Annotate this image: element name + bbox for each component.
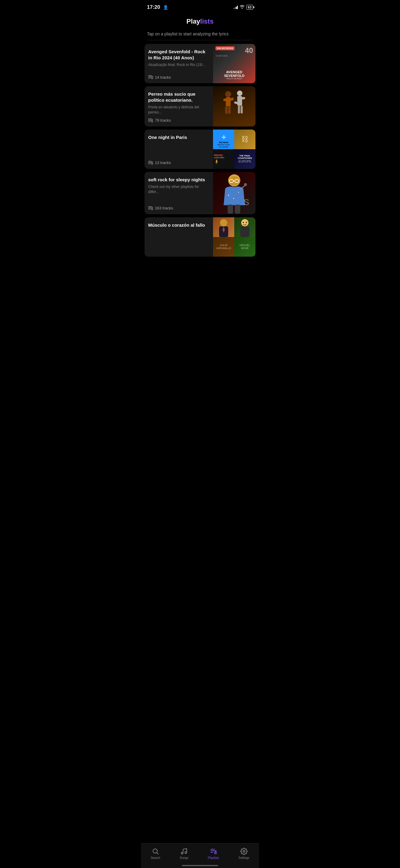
svg-rect-17: [228, 106, 231, 114]
playlist-name: Avenged Sevenfold - Rock in Rio 2024 (40…: [148, 49, 209, 61]
wifi-icon: [240, 5, 245, 10]
playlist-name: One night in Paris: [148, 134, 209, 141]
svg-point-18: [237, 91, 242, 96]
playlist-info: Avenged Sevenfold - Rock in Rio 2024 (40…: [145, 44, 213, 83]
playlist-artwork: ✦ ✦ ✦ S: [213, 172, 255, 214]
playlist-desc: Check out my other playlists for differ.…: [148, 184, 209, 195]
status-bar: 17:20 👤 63: [141, 0, 259, 13]
playlist-info: Músculo o corazón al fallo: [145, 217, 213, 257]
svg-rect-46: [228, 205, 233, 214]
svg-rect-2: [148, 78, 151, 79]
svg-point-49: [220, 219, 227, 226]
svg-point-27: [151, 163, 153, 164]
playlist-name: soft rock for sleepy nights: [148, 177, 209, 183]
svg-rect-13: [226, 97, 231, 106]
playlist-name: Músculo o corazón al fallo: [148, 222, 209, 228]
playlist-desc: Ponla en aleatorio y disfruta del perreo…: [148, 105, 209, 115]
playlist-card[interactable]: One night in Paris 13 tracks: [145, 129, 255, 169]
track-count: 13 tracks: [155, 160, 171, 165]
svg-rect-31: [148, 208, 152, 208]
playlist-tracks: 13 tracks: [148, 160, 209, 165]
track-count: 14 tracks: [155, 75, 171, 80]
signal-icon: [233, 5, 238, 9]
svg-point-12: [225, 91, 231, 97]
svg-rect-6: [148, 119, 152, 119]
page-header: Playlists: [141, 13, 259, 28]
playlist-artwork: [213, 86, 255, 126]
playlist-artwork: DIA DO ROCK 40 15.SET.2024 AVENGEDSEVENF…: [213, 44, 255, 83]
playlist-card[interactable]: Músculo o corazón al fallo: [145, 217, 255, 257]
status-time: 17:20 👤: [147, 4, 168, 10]
svg-rect-24: [148, 161, 152, 162]
svg-text:✦: ✦: [228, 194, 230, 197]
svg-rect-8: [148, 121, 151, 122]
battery-indicator: 63: [246, 5, 253, 10]
svg-point-33: [151, 208, 153, 210]
svg-point-9: [151, 120, 153, 122]
page-title: Playlists: [147, 18, 253, 25]
status-icons: 63: [233, 5, 253, 10]
svg-point-51: [241, 219, 249, 226]
svg-text:✦: ✦: [238, 192, 239, 193]
svg-rect-19: [237, 96, 242, 105]
person-icon: 👤: [163, 5, 168, 10]
playlist-name: Perreo más sucio que político ecuatorian…: [148, 91, 209, 103]
playlist-card[interactable]: Avenged Sevenfold - Rock in Rio 2024 (40…: [145, 44, 255, 83]
track-count: 163 tracks: [155, 206, 173, 210]
svg-rect-1: [148, 76, 152, 77]
playlist-tracks: 79 tracks: [148, 118, 209, 123]
svg-rect-0: [148, 75, 152, 76]
svg-text:✦: ✦: [233, 197, 234, 199]
svg-rect-14: [223, 99, 227, 101]
playlist-card[interactable]: soft rock for sleepy nights Check out my…: [145, 172, 255, 214]
playlist-list: Avenged Sevenfold - Rock in Rio 2024 (40…: [141, 44, 259, 287]
svg-rect-16: [225, 106, 228, 114]
svg-rect-22: [238, 105, 240, 114]
svg-rect-32: [148, 209, 151, 210]
svg-rect-26: [148, 163, 151, 164]
svg-point-3: [151, 78, 153, 79]
playlist-artwork: JULIOJARAMILLO MIGUELBOSÉ: [213, 217, 255, 257]
svg-rect-47: [235, 205, 240, 214]
svg-rect-30: [148, 207, 152, 207]
svg-rect-23: [240, 105, 243, 114]
svg-rect-7: [148, 120, 152, 120]
playlist-info: soft rock for sleepy nights Check out my…: [145, 172, 213, 214]
playlist-artwork: ✛ Da Hool Meet her at the love parade ⛓ …: [213, 129, 255, 169]
playlist-card[interactable]: Perreo más sucio que político ecuatorian…: [145, 86, 255, 126]
svg-point-45: [244, 183, 247, 186]
playlist-tracks: 163 tracks: [148, 206, 209, 211]
svg-point-54: [246, 222, 247, 223]
svg-rect-25: [148, 162, 152, 163]
track-count: 79 tracks: [155, 118, 171, 123]
playlist-desc: Atualização final: Rock in Rio (15/...: [148, 62, 209, 67]
svg-rect-52: [240, 226, 249, 237]
svg-point-53: [243, 222, 244, 223]
subtitle: Tap on a playlist to start analyzing the…: [141, 28, 259, 36]
playlist-info: Perreo más sucio que político ecuatorian…: [145, 86, 213, 126]
playlist-tracks: 14 tracks: [148, 75, 209, 80]
svg-text:S: S: [243, 197, 249, 207]
playlist-info: One night in Paris 13 tracks: [145, 129, 213, 169]
